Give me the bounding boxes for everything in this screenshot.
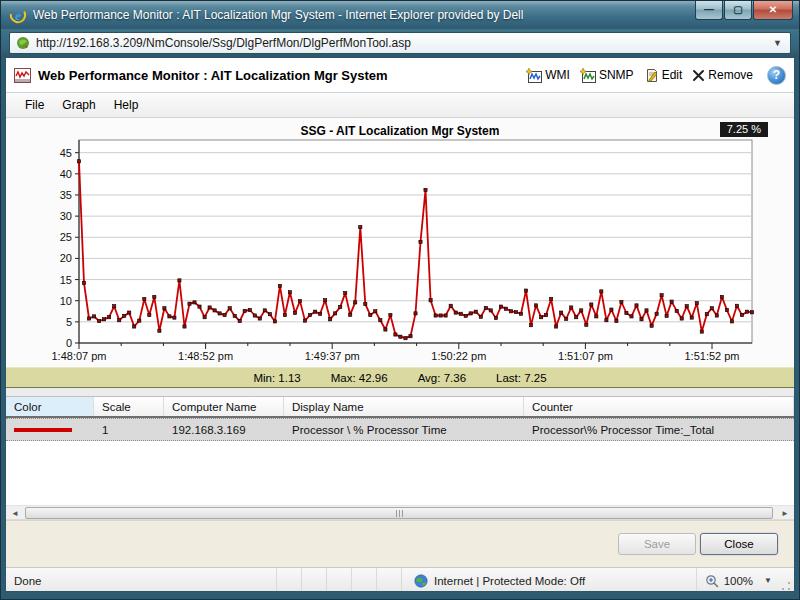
svg-text:1:51:07 pm: 1:51:07 pm <box>558 350 613 362</box>
menu-bar: File Graph Help <box>6 93 794 118</box>
svg-text:35: 35 <box>60 189 72 201</box>
svg-text:1:49:37 pm: 1:49:37 pm <box>305 350 360 362</box>
snmp-icon <box>580 68 596 83</box>
status-text: Done <box>6 568 276 592</box>
counter-table: Color Scale Computer Name Display Name C… <box>6 397 794 505</box>
status-pane <box>276 568 301 592</box>
resize-grip[interactable] <box>780 580 792 592</box>
status-pane <box>376 568 401 592</box>
svg-text:20: 20 <box>60 252 72 264</box>
page-content: Web Performance Monitor : AIT Localizati… <box>5 57 795 592</box>
stat-avg: Avg: 7.36 <box>418 372 466 384</box>
svg-text:45: 45 <box>60 147 72 159</box>
edit-button[interactable]: Edit <box>644 68 683 83</box>
scroll-left-icon[interactable]: ◄ <box>7 507 23 519</box>
menu-file[interactable]: File <box>16 95 53 115</box>
column-header-counter[interactable]: Counter <box>524 397 794 416</box>
zoom-magnifier-icon <box>705 574 719 588</box>
svg-text:25: 25 <box>60 231 72 243</box>
wmi-label: WMI <box>545 68 570 82</box>
help-label: ? <box>773 68 780 82</box>
series-color-swatch <box>14 428 72 432</box>
svg-text:e: e <box>15 8 21 23</box>
close-window-button[interactable]: ✕ <box>753 1 793 20</box>
address-dropdown-icon[interactable]: ▼ <box>771 38 784 48</box>
svg-text:1:48:07 pm: 1:48:07 pm <box>51 350 106 362</box>
menu-help[interactable]: Help <box>105 95 148 115</box>
url-text[interactable]: http://192.168.3.209/NmConsole/Ssg/DlgPe… <box>36 36 771 50</box>
horizontal-scrollbar[interactable]: ◄ ► <box>6 505 794 520</box>
svg-text:5: 5 <box>66 316 72 328</box>
browser-window: e Web Performance Monitor : AIT Localiza… <box>0 0 800 600</box>
save-button[interactable]: Save <box>618 533 696 555</box>
column-header-computer-name[interactable]: Computer Name <box>164 397 284 416</box>
remove-x-icon <box>692 69 705 82</box>
stat-max: Max: 42.96 <box>331 372 388 384</box>
minimize-button[interactable]: — <box>695 1 723 20</box>
close-button[interactable]: Close <box>700 533 778 555</box>
maximize-button[interactable]: ▢ <box>724 1 752 20</box>
performance-chart-icon <box>14 68 31 83</box>
column-header-scale[interactable]: Scale <box>94 397 164 416</box>
chart-panel: SSG - AIT Localization Mgr System 7.25 %… <box>6 118 794 367</box>
edit-label: Edit <box>662 68 683 82</box>
status-pane <box>326 568 351 592</box>
wmi-icon <box>526 68 542 83</box>
dialog-button-bar: Save Close <box>6 520 794 567</box>
svg-text:1:50:22 pm: 1:50:22 pm <box>431 350 486 362</box>
address-bar: http://192.168.3.209/NmConsole/Ssg/DlgPe… <box>1 29 799 57</box>
cell-computer-name: 192.168.3.169 <box>164 419 284 440</box>
zoom-level-text: 100% <box>724 575 753 587</box>
edit-icon <box>644 68 659 83</box>
cell-display-name: Processor \ % Processor Time <box>284 419 524 440</box>
wmi-button[interactable]: WMI <box>526 68 570 83</box>
remove-button[interactable]: Remove <box>692 68 753 82</box>
internet-explorer-icon: e <box>9 6 27 24</box>
cell-counter: Processor\% Processor Time:_Total <box>524 419 794 440</box>
menu-graph[interactable]: Graph <box>53 95 104 115</box>
divider <box>6 388 794 397</box>
column-header-color[interactable]: Color <box>6 397 94 416</box>
status-pane <box>301 568 326 592</box>
performance-line-chart: 0510152025303540451:48:07 pm1:48:52 pm1:… <box>6 118 795 367</box>
chart-stats-bar: Min: 1.13 Max: 42.96 Avg: 7.36 Last: 7.2… <box>6 367 794 388</box>
scroll-right-icon[interactable]: ► <box>777 507 793 519</box>
svg-text:1:48:52 pm: 1:48:52 pm <box>178 350 233 362</box>
zoom-dropdown-icon[interactable]: ▼ <box>758 576 772 585</box>
security-zone-pane: Internet | Protected Mode: Off <box>401 568 689 592</box>
stat-min: Min: 1.13 <box>253 372 300 384</box>
svg-text:0: 0 <box>66 337 72 349</box>
svg-text:1:51:52 pm: 1:51:52 pm <box>684 350 739 362</box>
title-bar[interactable]: e Web Performance Monitor : AIT Localiza… <box>1 1 799 29</box>
svg-text:10: 10 <box>60 295 72 307</box>
address-input[interactable]: http://192.168.3.209/NmConsole/Ssg/DlgPe… <box>9 32 791 54</box>
page-header: Web Performance Monitor : AIT Localizati… <box>6 58 794 93</box>
status-bar: Done Internet | Protected Mode: Off <box>6 567 794 592</box>
column-header-display-name[interactable]: Display Name <box>284 397 524 416</box>
cell-scale: 1 <box>94 419 164 440</box>
scrollbar-thumb[interactable] <box>25 507 773 519</box>
zoom-control[interactable]: 100% ▼ <box>696 568 780 592</box>
snmp-label: SNMP <box>599 68 634 82</box>
table-empty-area <box>6 441 794 505</box>
svg-text:30: 30 <box>60 210 72 222</box>
svg-text:15: 15 <box>60 274 72 286</box>
window-title: Web Performance Monitor : AIT Localizati… <box>33 8 523 22</box>
stat-last: Last: 7.25 <box>496 372 547 384</box>
svg-text:40: 40 <box>60 168 72 180</box>
table-header-row: Color Scale Computer Name Display Name C… <box>6 397 794 418</box>
snmp-button[interactable]: SNMP <box>580 68 634 83</box>
status-spacer <box>689 568 696 592</box>
site-favicon-icon <box>16 36 30 50</box>
globe-icon <box>414 574 428 588</box>
help-button[interactable]: ? <box>767 66 786 85</box>
status-pane <box>351 568 376 592</box>
remove-label: Remove <box>708 68 753 82</box>
table-row[interactable]: 1 192.168.3.169 Processor \ % Processor … <box>6 418 794 441</box>
page-title: Web Performance Monitor : AIT Localizati… <box>38 68 526 83</box>
security-zone-text: Internet | Protected Mode: Off <box>434 575 585 587</box>
